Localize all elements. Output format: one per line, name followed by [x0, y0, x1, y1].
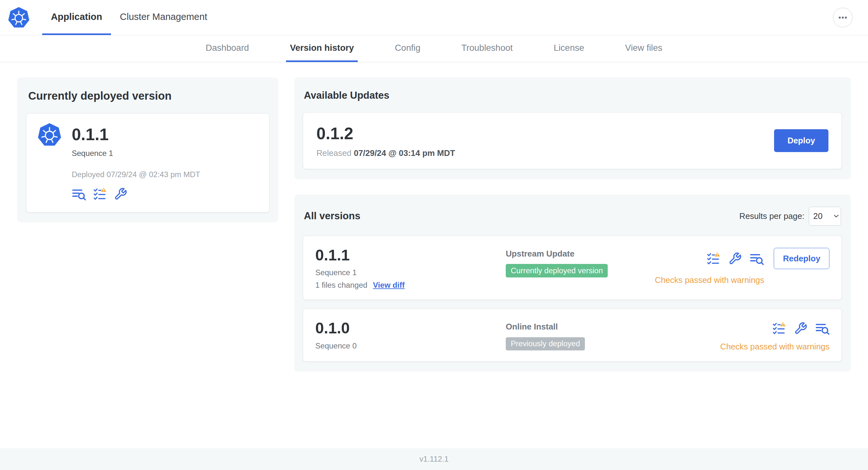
logs-magnifier-icon[interactable]	[72, 187, 86, 201]
subnav-item-troubleshoot[interactable]: Troubleshoot	[458, 35, 517, 62]
all-versions-panel: All versions Results per page: 20 0.1.1 …	[294, 195, 851, 372]
subnav-item-view-files[interactable]: View files	[621, 35, 666, 62]
logs-magnifier-icon[interactable]	[750, 251, 764, 266]
all-versions-title: All versions	[304, 210, 361, 222]
analyze-wrench-icon[interactable]	[728, 252, 742, 265]
results-per-page-label: Results per page:	[739, 211, 804, 221]
subnav-item-config[interactable]: Config	[391, 35, 424, 62]
redeploy-button[interactable]: Redeploy	[774, 248, 829, 269]
deploy-button[interactable]: Deploy	[774, 129, 829, 152]
top-tabs: Application Cluster Management	[42, 0, 216, 35]
available-update-row: 0.1.2 Released 07/29/24 @ 03:14 pm MDT D…	[303, 112, 842, 169]
checks-status-text: Checks passed with warnings	[720, 342, 830, 351]
row-sequence: Sequence 0	[315, 341, 506, 350]
preflight-checklist-warning-icon[interactable]	[772, 321, 786, 336]
main-content: Currently deployed version 0.1.1 Sequenc…	[0, 62, 868, 448]
analyze-wrench-icon[interactable]	[114, 188, 127, 201]
row-version-number: 0.1.0	[315, 319, 506, 337]
released-date: 07/29/24 @ 03:14 pm MDT	[354, 148, 455, 158]
results-per-page-select[interactable]: 20	[809, 207, 841, 226]
deployed-version-number: 0.1.1	[72, 123, 200, 147]
app-footer: v1.112.1	[0, 448, 868, 470]
analyze-wrench-icon[interactable]	[794, 322, 807, 335]
console-version: v1.112.1	[420, 455, 449, 464]
released-prefix: Released	[316, 148, 351, 158]
top-header: Application Cluster Management	[0, 0, 868, 35]
update-version-number: 0.1.2	[316, 124, 455, 143]
row-version-number: 0.1.1	[315, 246, 506, 264]
currently-deployed-panel: Currently deployed version 0.1.1 Sequenc…	[17, 77, 278, 223]
view-diff-link[interactable]: View diff	[373, 281, 405, 290]
update-released-line: Released 07/29/24 @ 03:14 pm MDT	[316, 148, 455, 158]
subnav-item-dashboard[interactable]: Dashboard	[202, 35, 253, 62]
currently-deployed-title: Currently deployed version	[28, 90, 270, 102]
previously-deployed-badge: Previously deployed	[506, 337, 585, 351]
subnav-item-version-history[interactable]: Version history	[286, 35, 358, 62]
tab-cluster-management[interactable]: Cluster Management	[111, 0, 216, 35]
currently-deployed-badge: Currently deployed version	[506, 264, 608, 277]
version-row-0-1-0: 0.1.0 Sequence 0 Online Install Previous…	[303, 309, 842, 362]
row-sequence: Sequence 1	[315, 268, 506, 277]
deployed-actions	[72, 187, 200, 201]
available-updates-title: Available Updates	[304, 90, 841, 101]
deployed-sequence: Sequence 1	[72, 149, 200, 158]
more-menu-button[interactable]	[833, 8, 852, 27]
logs-magnifier-icon[interactable]	[815, 321, 830, 336]
version-row-0-1-1: 0.1.1 Sequence 1 1 files changed View di…	[303, 236, 842, 300]
deployed-version-card: 0.1.1 Sequence 1 Deployed 07/29/24 @ 02:…	[26, 113, 270, 212]
version-source-label: Upstream Update	[506, 249, 655, 259]
kubernetes-app-icon	[37, 123, 62, 147]
subnav-item-license[interactable]: License	[550, 35, 588, 62]
preflight-checklist-warning-icon[interactable]	[706, 251, 721, 266]
checks-status-text: Checks passed with warnings	[655, 275, 765, 285]
version-source-label: Online Install	[506, 322, 720, 331]
kubernetes-logo-icon	[8, 6, 30, 29]
deployed-timestamp: Deployed 07/29/24 @ 02:43 pm MDT	[72, 170, 200, 179]
available-updates-panel: Available Updates 0.1.2 Released 07/29/2…	[294, 77, 851, 179]
preflight-checklist-warning-icon[interactable]	[93, 187, 107, 201]
files-changed-label: 1 files changed	[315, 281, 367, 290]
tab-application[interactable]: Application	[42, 0, 111, 35]
ellipsis-icon	[836, 11, 849, 24]
app-subnav: Dashboard Version history Config Trouble…	[0, 35, 868, 62]
